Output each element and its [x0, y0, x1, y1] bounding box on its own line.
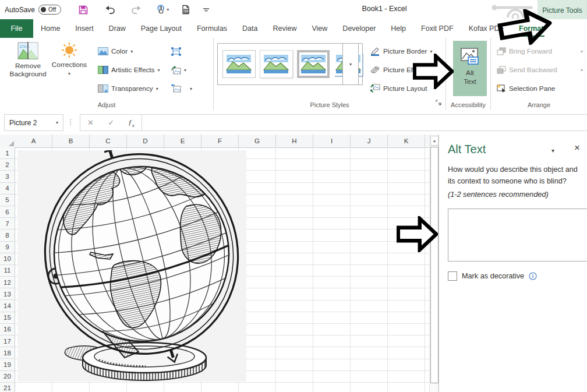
picture-styles-more-button[interactable]: ▾: [342, 43, 359, 85]
remove-background-button[interactable]: Remove Background: [3, 42, 52, 78]
row-header-1[interactable]: 1: [0, 147, 15, 159]
reset-picture-button[interactable]: ▾: [171, 82, 192, 95]
column-header-B[interactable]: B: [52, 135, 90, 147]
gallery-more-caret-icon: ▾: [349, 62, 352, 67]
row-header-8[interactable]: 8: [0, 229, 15, 241]
artistic-effects-button[interactable]: Artistic Effects ▾: [98, 63, 160, 76]
save-button[interactable]: [72, 1, 95, 19]
tab-foxit-pdf[interactable]: Foxit PDF: [413, 19, 461, 38]
autosave-pill[interactable]: Off: [38, 5, 61, 15]
insert-function-button[interactable]: ƒx: [128, 118, 135, 128]
undo-icon: [105, 5, 115, 14]
cancel-button[interactable]: ✕: [87, 118, 94, 127]
info-icon[interactable]: [529, 272, 537, 280]
column-headers: ABCDEFGHIJK: [15, 135, 429, 148]
change-picture-icon: [171, 66, 181, 75]
tab-data[interactable]: Data: [235, 19, 265, 38]
row-header-16[interactable]: 16: [0, 324, 15, 336]
row-header-14[interactable]: 14: [0, 300, 15, 312]
picture-style-thumbnail-1[interactable]: [222, 50, 256, 78]
scroll-up-button[interactable]: ▲: [430, 136, 439, 146]
formula-input[interactable]: [142, 114, 587, 131]
mark-decorative-checkbox[interactable]: [448, 271, 457, 281]
accessibility-group-label: Accessibility: [446, 101, 490, 108]
picture-style-thumbnail-3[interactable]: [297, 50, 330, 78]
row-header-10[interactable]: 10: [0, 253, 15, 265]
column-header-I[interactable]: I: [313, 135, 351, 147]
compress-picture-button[interactable]: [171, 45, 181, 58]
row-header-6[interactable]: 6: [0, 206, 15, 218]
style-thumbnail-image: [300, 54, 326, 74]
ribbon: Remove Background Corrections ▾: [0, 38, 587, 111]
alt-text-button[interactable]: Alt Text: [453, 41, 487, 96]
tab-home[interactable]: Home: [33, 19, 68, 38]
column-header-D[interactable]: D: [127, 135, 164, 147]
select-all-corner[interactable]: [0, 135, 16, 148]
row-header-3[interactable]: 3: [0, 171, 15, 182]
change-picture-button[interactable]: ▾: [171, 63, 186, 76]
picture-style-thumbnail-2[interactable]: [260, 50, 293, 78]
row-header-7[interactable]: 7: [0, 218, 15, 229]
column-header-E[interactable]: E: [164, 135, 201, 147]
undo-button[interactable]: [98, 1, 122, 19]
column-header-F[interactable]: F: [201, 135, 239, 147]
alt-text-textarea[interactable]: [448, 209, 587, 262]
remove-background-icon: [17, 42, 38, 59]
column-header-G[interactable]: G: [239, 135, 276, 147]
transparency-button[interactable]: Transparency ▾: [98, 82, 158, 95]
column-header-H[interactable]: H: [276, 135, 313, 147]
column-header-K[interactable]: K: [388, 135, 425, 147]
change-picture-caret-icon: ▾: [184, 68, 186, 73]
customize-qat-button[interactable]: [197, 1, 215, 19]
autosave-toggle[interactable]: AutoSave Off: [5, 5, 61, 15]
name-box-caret-icon[interactable]: ▾: [56, 120, 58, 125]
row-header-21[interactable]: 21: [0, 383, 15, 392]
enter-button[interactable]: ✓: [108, 118, 114, 127]
tab-draw[interactable]: Draw: [101, 19, 133, 38]
scrollbar-thumb[interactable]: [430, 147, 439, 383]
row-header-12[interactable]: 12: [0, 277, 15, 288]
vertical-scrollbar[interactable]: ▲: [429, 135, 439, 392]
name-box[interactable]: Picture 2 ▾: [4, 114, 63, 131]
tab-developer[interactable]: Developer: [335, 19, 383, 38]
send-backward-label: Send Backward: [509, 66, 557, 74]
row-header-9[interactable]: 9: [0, 242, 15, 253]
formula-bar-splitter[interactable]: ⋮: [67, 115, 74, 129]
globe-picture[interactable]: [17, 150, 246, 382]
redo-icon: [131, 5, 142, 14]
row-header-18[interactable]: 18: [0, 347, 15, 359]
annotation-arrow-alt-text-button: [413, 54, 454, 89]
redo-button[interactable]: [125, 1, 148, 19]
row-header-17[interactable]: 17: [0, 336, 15, 347]
tab-help[interactable]: Help: [383, 19, 413, 38]
tab-page-layout[interactable]: Page Layout: [133, 19, 189, 38]
pane-close-icon[interactable]: ×: [574, 143, 580, 153]
column-header-J[interactable]: J: [351, 135, 388, 147]
corrections-button[interactable]: Corrections ▾: [54, 42, 85, 76]
print-preview-button[interactable]: [174, 1, 197, 19]
row-header-20[interactable]: 20: [0, 371, 15, 383]
row-header-13[interactable]: 13: [0, 288, 15, 300]
column-header-A[interactable]: A: [15, 135, 52, 147]
picture-layout-icon: [370, 84, 380, 93]
tab-formulas[interactable]: Formulas: [189, 19, 235, 38]
formula-bar-row: Picture 2 ▾ ⋮ ✕ ✓ ƒx: [0, 111, 587, 135]
pane-options-chevron-icon[interactable]: ▾: [551, 147, 554, 154]
row-header-5[interactable]: 5: [0, 195, 15, 206]
row-header-19[interactable]: 19: [0, 359, 15, 370]
row-header-2[interactable]: 2: [0, 159, 15, 171]
selection-pane-button[interactable]: Selection Pane: [497, 82, 555, 95]
print-preview-icon: [181, 5, 190, 15]
tab-review[interactable]: Review: [265, 19, 304, 38]
color-button[interactable]: Color ▾: [98, 45, 133, 58]
picture-styles-gallery[interactable]: [217, 43, 363, 85]
reset-picture-icon: [171, 84, 181, 93]
tab-insert[interactable]: Insert: [68, 19, 101, 38]
tab-view[interactable]: View: [304, 19, 335, 38]
row-header-11[interactable]: 11: [0, 265, 15, 277]
tab-file[interactable]: File: [0, 19, 33, 38]
row-header-15[interactable]: 15: [0, 312, 15, 324]
touch-mouse-mode-button[interactable]: ▾: [151, 1, 174, 19]
column-header-C[interactable]: C: [90, 135, 127, 147]
row-header-4[interactable]: 4: [0, 183, 15, 195]
